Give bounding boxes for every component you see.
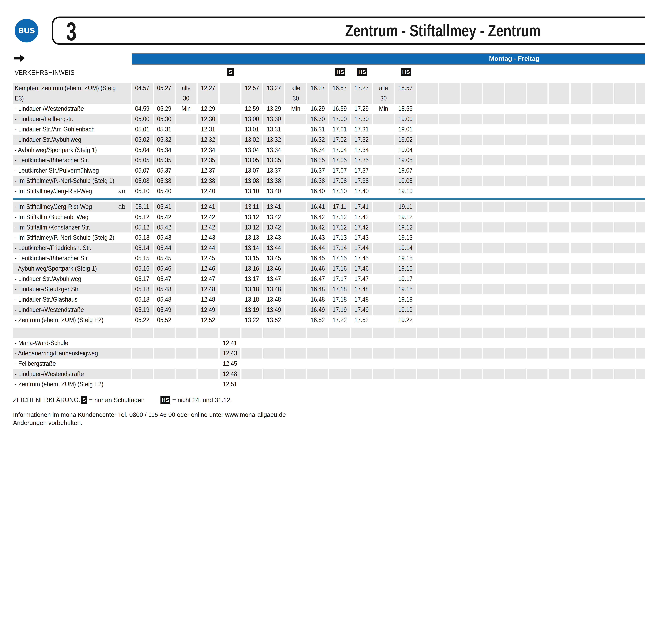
legend-item-text: = nur an Schultagen	[89, 396, 145, 404]
time-cell	[417, 186, 439, 196]
time-cell	[285, 359, 307, 369]
time-cell	[285, 243, 307, 253]
time-cell	[417, 348, 439, 359]
time-cell	[176, 114, 198, 124]
time-cell: 05.19	[132, 305, 154, 315]
time-cell	[614, 145, 636, 155]
time-cell	[527, 114, 549, 124]
time-cell	[636, 305, 645, 315]
time-cell: 05.05	[132, 155, 154, 165]
time-cell	[614, 222, 636, 233]
time-cell	[505, 135, 527, 145]
time-cell	[417, 212, 439, 222]
time-cell	[636, 274, 645, 284]
time-cell	[373, 263, 395, 274]
time-cell	[571, 328, 593, 338]
time-cell	[351, 379, 373, 390]
time-cell	[636, 338, 645, 348]
time-cell: 13.38	[263, 176, 285, 186]
time-cell	[176, 176, 198, 186]
time-cell	[395, 338, 417, 348]
route-title: Zentrum - Stiftallmey - Zentrum	[345, 21, 541, 40]
time-cell: 12.52	[198, 315, 220, 325]
time-cell: 05.46	[154, 263, 176, 274]
time-cell: 13.27	[263, 83, 285, 103]
time-cell	[636, 83, 645, 103]
time-cell	[571, 348, 593, 359]
time-cell: alle 30	[176, 83, 198, 103]
arrive-depart-label: ab	[118, 202, 126, 212]
time-cell: 17.05	[329, 155, 351, 165]
time-cell	[549, 103, 571, 114]
time-cell	[527, 243, 549, 253]
time-cell	[395, 348, 417, 359]
time-cell	[329, 369, 351, 379]
time-cell: 17.16	[329, 263, 351, 274]
time-cell	[614, 338, 636, 348]
stop-name-cell: Kempten, Zentrum (ehem. ZUM) (Steig E3)	[13, 83, 132, 103]
time-cell: alle 30	[373, 83, 395, 103]
time-cell	[198, 338, 220, 348]
time-cell	[549, 232, 571, 243]
time-cell: 17.15	[329, 253, 351, 263]
time-cell: 18.59	[395, 103, 417, 114]
time-cell	[505, 348, 527, 359]
time-cell	[285, 294, 307, 305]
time-cell	[461, 359, 483, 369]
time-cell: 19.01	[395, 124, 417, 135]
time-cell	[527, 212, 549, 222]
stop-row: - Aybühlweg/Sportpark (Steig 1)05.0405.3…	[13, 145, 645, 155]
time-cell	[593, 243, 614, 253]
time-cell	[461, 114, 483, 124]
time-cell	[154, 328, 176, 338]
stop-name-cell: - Lindauer Str./Glashaus	[13, 294, 132, 305]
time-cell	[439, 114, 461, 124]
time-cell	[505, 369, 527, 379]
time-cell	[176, 328, 198, 338]
time-cell	[636, 232, 645, 243]
time-cell	[549, 186, 571, 196]
stop-name-cell: - Lindauer-/Westendstraße	[13, 369, 132, 379]
time-cell	[571, 202, 593, 212]
time-cell	[614, 83, 636, 103]
time-cell: 13.42	[263, 212, 285, 222]
time-cell: 17.07	[329, 165, 351, 176]
time-cell: 05.32	[154, 135, 176, 145]
time-cell	[527, 165, 549, 176]
stop-name-cell: - Leutkircher-/Biberacher Str.	[13, 155, 132, 165]
stop-row: - Lindauer Str./Aybühlweg05.1705.4712.47…	[13, 274, 645, 284]
time-cell	[220, 103, 241, 114]
time-cell	[636, 359, 645, 369]
time-cell: 17.30	[351, 114, 373, 124]
time-cell	[549, 284, 571, 294]
time-cell	[505, 328, 527, 338]
time-cell: 16.34	[307, 145, 329, 155]
time-cell	[593, 155, 614, 165]
time-cell: 16.44	[307, 243, 329, 253]
time-cell: 19.19	[395, 305, 417, 315]
time-cell	[527, 135, 549, 145]
time-cell	[461, 155, 483, 165]
time-cell	[395, 369, 417, 379]
time-cell: 16.40	[307, 186, 329, 196]
time-cell	[285, 202, 307, 212]
spacer-row	[13, 328, 645, 338]
time-cell: 13.22	[241, 315, 263, 325]
holiday-column-symbol: HS	[335, 68, 345, 76]
time-cell	[483, 338, 505, 348]
time-cell: 17.02	[329, 135, 351, 145]
time-cell	[285, 124, 307, 135]
time-cell	[593, 114, 614, 124]
time-cell	[614, 328, 636, 338]
time-cell	[549, 274, 571, 284]
time-cell: 05.11	[132, 202, 154, 212]
time-cell: 12.38	[198, 176, 220, 186]
time-cell: 16.30	[307, 114, 329, 124]
time-cell: 16.48	[307, 294, 329, 305]
time-cell	[636, 315, 645, 325]
time-cell	[571, 165, 593, 176]
time-cell	[636, 379, 645, 390]
time-cell	[571, 315, 593, 325]
time-cell	[636, 263, 645, 274]
time-cell	[483, 253, 505, 263]
